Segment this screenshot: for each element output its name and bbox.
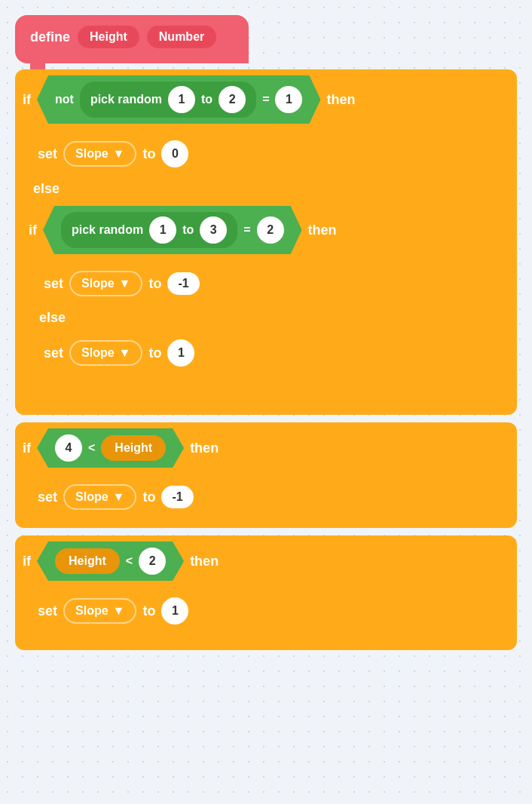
nested-set-label-1: set	[44, 276, 63, 292]
define-block: define Height Number	[15, 15, 249, 63]
else-1: else	[15, 178, 517, 200]
if-keyword-3: if	[23, 554, 31, 569]
nested-if-block: if pick random 1 to 3 = 2 then set	[21, 200, 511, 395]
condition-3: Height < 2	[37, 542, 184, 581]
not-label: not	[55, 93, 74, 106]
nested-dropdown-arrow-2: ▼	[119, 346, 131, 360]
spacer-1	[21, 377, 511, 389]
nested-to: to	[182, 223, 194, 237]
bottom-spacer-1	[15, 401, 517, 409]
to-label-2: to	[142, 489, 155, 505]
nested-condition: pick random 1 to 3 = 2	[43, 206, 302, 254]
nested-val2[interactable]: 3	[200, 216, 227, 244]
nested-if-keyword: if	[29, 222, 37, 238]
then-keyword-2: then	[190, 440, 219, 456]
else-label-1: else	[24, 176, 69, 201]
height-label-2: Height	[115, 441, 152, 454]
then-keyword-3: then	[190, 554, 219, 569]
nested-else-label: else	[30, 305, 75, 330]
if-row-3: if Height < 2 then	[15, 535, 517, 587]
set-label-1: set	[38, 146, 57, 162]
nested-to-label-1: to	[148, 276, 161, 292]
val1-circle-3[interactable]: 1	[161, 597, 188, 624]
dropdown-arrow-3: ▼	[113, 604, 125, 618]
nested-slope-label-1: Slope	[81, 277, 115, 290]
pick-random-1: pick random 1 to 2	[80, 81, 256, 118]
val3-circle-1[interactable]: 1	[275, 86, 302, 113]
nested-pick-random-label: pick random	[72, 223, 143, 237]
height-var-2: Height	[101, 435, 166, 461]
condition-1: not pick random 1 to 2 = 1	[37, 75, 320, 124]
then-keyword-1: then	[326, 92, 355, 108]
nested-val1[interactable]: 1	[149, 216, 176, 244]
if-keyword-1: if	[23, 92, 31, 108]
val2-circle-1[interactable]: 2	[219, 86, 246, 113]
if-row-1: if not pick random 1 to 2 = 1 then	[15, 69, 517, 130]
bottom-spacer-3	[15, 635, 517, 643]
to-label-set1: to	[142, 146, 155, 162]
nested-pick-random: pick random 1 to 3	[61, 212, 237, 248]
if-keyword-2: if	[23, 440, 31, 456]
val4-circle[interactable]: 4	[55, 434, 82, 462]
if-block-3: if Height < 2 then set Slope ▼ to 1	[15, 535, 517, 650]
val1-circle-1[interactable]: 1	[168, 86, 195, 113]
height-param[interactable]: Height	[78, 26, 139, 48]
condition-2: 4 < Height	[37, 428, 184, 468]
if-block-2: if 4 < Height then set Slope ▼ to -1	[15, 422, 517, 528]
define-label: define	[30, 29, 70, 45]
dropdown-arrow-2: ▼	[113, 490, 125, 504]
slope-label-3: Slope	[75, 604, 109, 618]
set-label-2: set	[38, 489, 57, 505]
pick-random-label-1: pick random	[90, 93, 162, 106]
nested-set-row-1: set Slope ▼ to -1	[33, 263, 499, 304]
val2-circle-3[interactable]: 2	[139, 548, 166, 575]
if-row-2: if 4 < Height then	[15, 422, 517, 474]
if-block-1: if not pick random 1 to 2 = 1 then set S…	[15, 69, 517, 415]
nested-set-label-2: set	[44, 345, 63, 361]
set-row-1: set Slope ▼ to 0	[27, 133, 505, 175]
equals-1: =	[262, 93, 269, 106]
nested-then: then	[308, 222, 337, 238]
to-label-3: to	[142, 603, 155, 619]
nested-to-label-2: to	[148, 345, 161, 361]
nested-slope-dropdown-1[interactable]: Slope ▼	[69, 271, 142, 296]
val0-circle[interactable]: 0	[161, 140, 188, 167]
set-label-3: set	[38, 603, 57, 619]
set-row-3: set Slope ▼ to 1	[27, 590, 505, 632]
slope-label-2: Slope	[75, 490, 109, 504]
height-label-3: Height	[69, 554, 106, 567]
nested-val-neg1[interactable]: -1	[167, 272, 199, 295]
nested-val1-circle[interactable]: 1	[167, 339, 194, 367]
slope-dropdown-2[interactable]: Slope ▼	[63, 484, 136, 510]
nested-slope-dropdown-2[interactable]: Slope ▼	[69, 340, 142, 366]
to-label-1: to	[201, 93, 212, 106]
slope-label-1: Slope	[75, 147, 109, 161]
nested-val3[interactable]: 2	[257, 216, 284, 244]
nested-if-row: if pick random 1 to 3 = 2 then	[21, 200, 511, 260]
slope-dropdown-3[interactable]: Slope ▼	[63, 598, 136, 624]
nested-slope-label-2: Slope	[81, 346, 115, 360]
scratch-blocks: define Height Number if not pick random …	[15, 15, 517, 655]
nested-dropdown-arrow-1: ▼	[119, 277, 131, 290]
dropdown-arrow-1: ▼	[113, 147, 125, 161]
slope-dropdown-1[interactable]: Slope ▼	[63, 141, 136, 167]
height-var-3: Height	[55, 548, 120, 574]
nested-else: else	[21, 307, 511, 329]
number-param[interactable]: Number	[147, 26, 216, 48]
nested-set-row-2: set Slope ▼ to 1	[33, 332, 499, 374]
set-row-2: set Slope ▼ to -1	[27, 477, 505, 517]
val-neg1-2[interactable]: -1	[161, 486, 193, 508]
nested-eq: =	[243, 223, 250, 237]
lt-2: <	[88, 441, 95, 455]
lt-3: <	[126, 554, 133, 568]
